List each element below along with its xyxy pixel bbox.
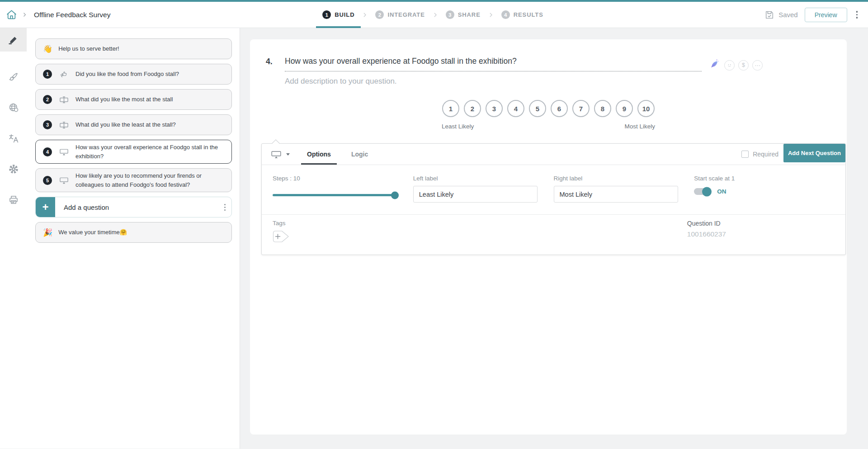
add-question-more-menu[interactable] <box>222 201 228 213</box>
start-scale-toggle[interactable] <box>694 188 711 195</box>
editor-main: 4. How was your overall experience at Fo… <box>240 28 868 449</box>
scale-option[interactable]: 10 <box>637 100 655 117</box>
question-number-badge: 5 <box>43 176 52 185</box>
required-label: Required <box>753 151 778 158</box>
right-label-input[interactable] <box>554 186 678 203</box>
print-icon[interactable] <box>0 188 27 212</box>
steps-slider[interactable] <box>273 194 397 196</box>
app-header: Offline Feedback Survey 1 BUILD 2 INTEGR… <box>0 2 868 28</box>
question-list-item-label: How likely are you to recommend your fir… <box>75 171 225 189</box>
question-title-input[interactable]: How was your overall experience at Foodg… <box>285 57 702 71</box>
save-icon <box>764 10 774 20</box>
outro-card[interactable]: 🎉 We value your timetime🤗 <box>35 222 232 243</box>
chevron-right-icon <box>362 12 368 18</box>
step-number-badge: 1 <box>322 10 331 19</box>
question-number-badge: 3 <box>43 120 52 129</box>
chevron-right-icon <box>488 12 494 18</box>
scale-option[interactable]: 1 <box>442 100 459 117</box>
nps-scale-icon <box>271 149 282 160</box>
theme-brush-icon[interactable] <box>0 65 27 89</box>
add-next-question-button[interactable]: Add Next Question <box>783 144 845 162</box>
toggle-state-label: ON <box>717 188 726 195</box>
scale-left-label: Least Likely <box>442 123 474 130</box>
outro-card-label: We value your timetime🤗 <box>58 228 127 237</box>
scale-option[interactable]: 3 <box>486 100 503 117</box>
question-list-item-label: Did you like the food from Foodgo stall? <box>75 70 179 79</box>
chevron-right-icon <box>432 12 439 18</box>
start-scale-caption: Start scale at 1 <box>694 175 835 182</box>
scale-option[interactable]: 4 <box>507 100 524 117</box>
plus-icon[interactable]: + <box>36 197 55 217</box>
question-list-item-label: What did you like the most at the stall <box>75 95 173 104</box>
smiley-rating-icon[interactable] <box>724 60 735 71</box>
left-icon-rail <box>0 28 27 449</box>
thumbs-rating-icon <box>58 70 70 79</box>
right-label-caption: Right label <box>554 175 694 182</box>
question-list-item-5[interactable]: 5 How likely are you to recommend your f… <box>35 168 232 192</box>
question-list-item-3[interactable]: 3 What did you like the least at the sta… <box>35 114 232 135</box>
scale-option[interactable]: 7 <box>572 100 590 117</box>
chevron-down-icon <box>286 153 290 156</box>
scale-option[interactable]: 6 <box>551 100 568 117</box>
left-label-caption: Left label <box>413 175 554 182</box>
question-list-item-2[interactable]: 2 What did you like the most at the stal… <box>35 89 232 110</box>
required-checkbox[interactable] <box>741 151 749 158</box>
step-number-badge: 3 <box>446 10 454 19</box>
save-status: Saved <box>764 10 798 20</box>
intro-card[interactable]: 👋 Help us to serve better! <box>35 38 232 59</box>
question-description-placeholder[interactable]: Add description to your question. <box>285 77 702 86</box>
score-dollar-icon[interactable]: $ <box>738 60 749 71</box>
question-list-item-label: What did you like the least at the stall… <box>75 120 176 129</box>
tags-label: Tags <box>273 220 289 227</box>
tab-integrate[interactable]: 2 INTEGRATE <box>369 2 431 28</box>
slider-thumb[interactable] <box>391 191 399 199</box>
step-number-badge: 2 <box>375 10 384 19</box>
publish-globe-icon[interactable] <box>0 96 27 119</box>
scale-right-label: Most Likely <box>624 123 655 130</box>
header-more-menu[interactable] <box>854 8 860 21</box>
scale-option[interactable]: 8 <box>594 100 611 117</box>
save-status-label: Saved <box>778 11 798 19</box>
ai-assist-quill-icon[interactable] <box>708 58 720 72</box>
nps-scale-preview: 1 2 3 4 5 6 7 8 9 10 Least Likely Most L… <box>250 100 847 130</box>
text-input-icon <box>58 120 70 130</box>
left-label-input[interactable] <box>413 186 538 203</box>
tab-logic[interactable]: Logic <box>349 144 371 165</box>
question-number-badge: 1 <box>43 70 52 79</box>
tab-results[interactable]: 4 RESULTS <box>495 2 550 28</box>
settings-gear-icon[interactable] <box>0 157 27 181</box>
question-settings-panel: Options Logic Required Add Next Question… <box>261 143 846 255</box>
tab-share[interactable]: 3 SHARE <box>439 2 487 28</box>
text-input-icon <box>58 95 70 104</box>
question-id-label: Question ID <box>687 220 726 227</box>
tab-build[interactable]: 1 BUILD <box>316 2 361 28</box>
survey-title: Offline Feedback Survey <box>34 11 110 19</box>
question-number: 4. <box>266 57 285 66</box>
party-popper-emoji-icon: 🎉 <box>43 228 52 237</box>
question-list-item-1[interactable]: 1 Did you like the food from Foodgo stal… <box>35 64 232 85</box>
add-question-row[interactable]: + Add a question <box>35 197 232 217</box>
translate-icon[interactable] <box>0 127 27 150</box>
intro-card-label: Help us to serve better! <box>58 44 119 53</box>
add-tag-button[interactable] <box>273 230 289 243</box>
home-icon[interactable] <box>6 9 17 20</box>
scale-option[interactable]: 9 <box>616 100 633 117</box>
steps-label: Steps : 10 <box>273 175 413 182</box>
question-editor-card: 4. How was your overall experience at Fo… <box>250 39 847 435</box>
question-list-sidebar: 👋 Help us to serve better! 1 Did you lik… <box>27 28 240 449</box>
breadcrumb-chevron-icon <box>22 12 28 18</box>
question-list-item-4-selected[interactable]: 4 How was your overall experience at Foo… <box>35 140 232 164</box>
tab-options[interactable]: Options <box>304 144 334 165</box>
editor-pencil-icon[interactable] <box>0 28 27 52</box>
scale-option[interactable]: 2 <box>464 100 481 117</box>
question-type-selector[interactable] <box>271 144 290 165</box>
nps-scale-icon <box>58 147 70 156</box>
preview-button[interactable]: Preview <box>805 8 847 22</box>
scale-option[interactable]: 5 <box>529 100 546 117</box>
question-number-badge: 2 <box>43 95 52 104</box>
add-question-label: Add a question <box>64 203 222 211</box>
question-list-item-label: How was your overall experience at Foodg… <box>75 143 225 161</box>
step-number-badge: 4 <box>501 10 510 19</box>
more-options-icon[interactable]: ⋯ <box>752 60 763 71</box>
wave-emoji-icon: 👋 <box>43 44 52 54</box>
